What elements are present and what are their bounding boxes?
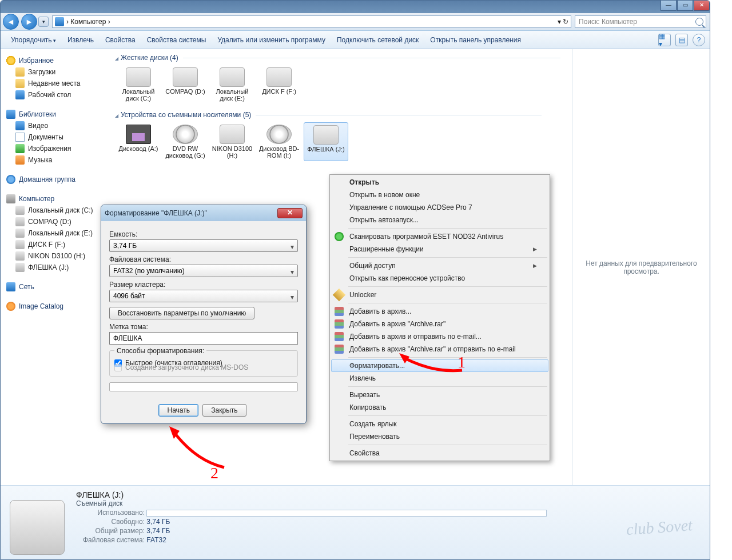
eject-button[interactable]: Извлечь bbox=[62, 31, 100, 49]
menu-archive-2[interactable]: Добавить в архив "Archive.rar" bbox=[331, 318, 548, 330]
drive-i[interactable]: Дисковод BD-ROM (I:) bbox=[257, 122, 301, 161]
menu-shortcut[interactable]: Создать ярлык bbox=[331, 418, 548, 430]
menu-open[interactable]: Открыть bbox=[331, 176, 548, 189]
menu-autoplay[interactable]: Открыть автозапуск... bbox=[331, 214, 548, 226]
sidebar-drive-d[interactable]: COMPAQ (D:) bbox=[3, 216, 107, 227]
close-button[interactable]: Закрыть bbox=[202, 404, 246, 417]
menu-open-new[interactable]: Открыть в новом окне bbox=[331, 189, 548, 201]
breadcrumb[interactable]: › Компьютер › ▾ ↻ bbox=[52, 15, 571, 28]
dialog-close-button[interactable]: ✕ bbox=[277, 208, 303, 218]
menu-acdsee[interactable]: Управление с помощью ACDSee Pro 7 bbox=[331, 201, 548, 214]
drive-icon bbox=[15, 217, 25, 226]
details-pane: ФЛЕШКА (J:) Съемный диск Использовано: С… bbox=[1, 485, 710, 559]
sidebar-drive-h[interactable]: NIKON D3100 (H:) bbox=[3, 250, 107, 262]
refresh-icon[interactable]: ▾ ↻ bbox=[558, 18, 568, 26]
volume-label-label: Метка тома: bbox=[109, 323, 298, 331]
help-button[interactable]: ? bbox=[693, 34, 705, 46]
drive-icon bbox=[15, 251, 25, 261]
drive-c[interactable]: Локальный диск (C:) bbox=[116, 65, 161, 104]
menu-eject[interactable]: Извлечь bbox=[331, 372, 548, 385]
sidebar-desktop[interactable]: Рабочий стол bbox=[3, 89, 107, 101]
menu-archive-4[interactable]: Добавить в архив "Archive.rar" и отправи… bbox=[331, 343, 548, 355]
menu-archive-3[interactable]: Добавить в архив и отправить по e-mail..… bbox=[331, 330, 548, 343]
menu-share[interactable]: Общий доступ▶ bbox=[331, 259, 548, 272]
favorites-header[interactable]: Избранное bbox=[3, 55, 107, 66]
network-header[interactable]: Сеть bbox=[3, 281, 107, 293]
search-icon bbox=[695, 18, 703, 26]
menu-copy[interactable]: Копировать bbox=[331, 401, 548, 414]
view-button[interactable]: ▦ ▾ bbox=[658, 34, 671, 46]
submenu-arrow-icon: ▶ bbox=[533, 263, 537, 269]
homegroup-header[interactable]: Домашняя группа bbox=[3, 174, 107, 185]
bdrom-icon bbox=[266, 125, 292, 144]
filesystem-select[interactable]: FAT32 (по умолчанию) bbox=[109, 265, 298, 277]
drive-d[interactable]: COMPAQ (D:) bbox=[163, 65, 208, 104]
back-button[interactable]: ◄ bbox=[3, 14, 19, 30]
libraries-header[interactable]: Библиотеки bbox=[3, 109, 107, 120]
organize-button[interactable]: Упорядочить bbox=[5, 31, 62, 49]
preview-pane-button[interactable]: ▤ bbox=[675, 34, 688, 46]
catalog-header[interactable]: Image Catalog bbox=[3, 301, 107, 312]
format-methods-label: Способы форматирования: bbox=[114, 347, 206, 355]
drive-icon bbox=[15, 240, 25, 249]
minimize-button[interactable]: — bbox=[661, 1, 677, 11]
uninstall-button[interactable]: Удалить или изменить программу bbox=[212, 31, 331, 49]
section-removable[interactable]: Устройства со съемными носителями (5) bbox=[115, 111, 567, 119]
cluster-select[interactable]: 4096 байт bbox=[109, 290, 298, 302]
menu-properties[interactable]: Свойства bbox=[331, 447, 548, 459]
start-button[interactable]: Начать bbox=[158, 404, 198, 417]
properties-button[interactable]: Свойства bbox=[100, 31, 141, 49]
map-drive-button[interactable]: Подключить сетевой диск bbox=[331, 31, 424, 49]
menu-eset[interactable]: Сканировать программой ESET NOD32 Antivi… bbox=[331, 230, 548, 243]
winrar-icon bbox=[335, 345, 344, 354]
menu-unlocker[interactable]: Unlocker bbox=[331, 289, 548, 301]
menu-portable[interactable]: Открыть как переносное устройство bbox=[331, 272, 548, 285]
sidebar-documents[interactable]: Документы bbox=[3, 131, 107, 143]
sidebar-music[interactable]: Музыка bbox=[3, 154, 107, 166]
music-icon bbox=[15, 155, 25, 165]
filesystem-label: Файловая система: bbox=[109, 255, 298, 263]
network-icon bbox=[6, 282, 15, 291]
drive-icon bbox=[173, 67, 198, 87]
sidebar-computer[interactable]: Компьютер bbox=[3, 193, 107, 205]
cluster-label: Размер кластера: bbox=[109, 281, 298, 289]
menu-format[interactable]: Форматировать... bbox=[331, 359, 548, 372]
drive-h[interactable]: NIKON D3100 (H:) bbox=[210, 122, 254, 161]
sidebar-drive-f[interactable]: ДИСК F (F:) bbox=[3, 239, 107, 250]
details-type: Съемный диск bbox=[76, 499, 547, 507]
sidebar-pictures[interactable]: Изображения bbox=[3, 143, 107, 154]
maximize-button[interactable]: ▭ bbox=[677, 1, 693, 11]
close-button[interactable]: ✕ bbox=[694, 1, 710, 11]
drive-a[interactable]: Дисковод (A:) bbox=[116, 122, 161, 161]
sidebar-drive-e[interactable]: Локальный диск (E:) bbox=[3, 227, 107, 239]
drive-e[interactable]: Локальный диск (E:) bbox=[210, 65, 254, 104]
restore-defaults-button[interactable]: Восстановить параметры по умолчанию bbox=[109, 307, 254, 319]
menu-advanced[interactable]: Расширенные функции▶ bbox=[331, 243, 548, 255]
menu-cut[interactable]: Вырезать bbox=[331, 389, 548, 401]
section-hdd[interactable]: Жесткие диски (4) bbox=[115, 54, 567, 62]
sidebar-drive-j[interactable]: ФЛЕШКА (J:) bbox=[3, 262, 107, 273]
search-input[interactable]: Поиск: Компьютер bbox=[575, 15, 706, 28]
annotation-label-2: 2 bbox=[210, 464, 218, 482]
volume-label-input[interactable]: ФЛЕШКА bbox=[109, 332, 298, 345]
capacity-select[interactable]: 3,74 ГБ bbox=[109, 239, 298, 252]
breadcrumb-root[interactable]: Компьютер bbox=[70, 18, 106, 26]
format-dialog: Форматирование "ФЛЕШКА (J:)" ✕ Емкость: … bbox=[101, 205, 307, 424]
forward-button[interactable]: ► bbox=[21, 14, 37, 30]
msdos-boot-checkbox: Создание загрузочного диска MS-DOS bbox=[114, 363, 293, 371]
sidebar-recent[interactable]: Недавние места bbox=[3, 78, 107, 89]
system-properties-button[interactable]: Свойства системы bbox=[141, 31, 212, 49]
menu-archive-1[interactable]: Добавить в архив... bbox=[331, 305, 548, 318]
sidebar-drive-c[interactable]: Локальный диск (C:) bbox=[3, 205, 107, 216]
drive-j[interactable]: ФЛЕШКА (J:) bbox=[304, 122, 348, 161]
history-dropdown[interactable]: ▾ bbox=[38, 17, 49, 27]
control-panel-button[interactable]: Открыть панель управления bbox=[424, 31, 527, 49]
window-titlebar[interactable]: — ▭ ✕ bbox=[1, 1, 710, 13]
dialog-titlebar[interactable]: Форматирование "ФЛЕШКА (J:)" ✕ bbox=[101, 205, 306, 221]
sidebar-downloads[interactable]: Загрузки bbox=[3, 66, 107, 78]
watermark: club Sovet bbox=[626, 516, 693, 539]
menu-rename[interactable]: Переименовать bbox=[331, 430, 548, 443]
drive-f[interactable]: ДИСК F (F:) bbox=[257, 65, 301, 104]
sidebar-videos[interactable]: Видео bbox=[3, 120, 107, 131]
drive-g[interactable]: DVD RW дисковод (G:) bbox=[163, 122, 208, 161]
